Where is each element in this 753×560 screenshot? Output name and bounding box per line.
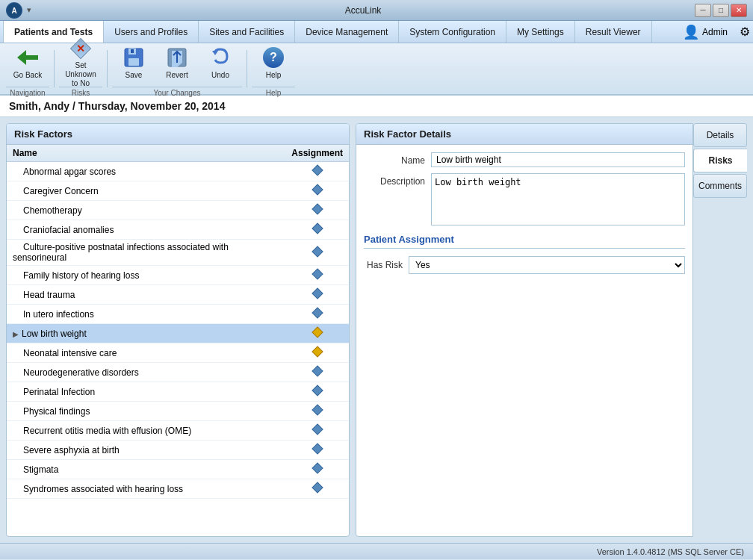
risk-row-name: Syndromes associated with hearing loss <box>7 479 285 499</box>
risk-table-row[interactable]: Neonatal intensive care <box>7 343 349 363</box>
risk-table-row[interactable]: ▶Low birth weight <box>7 324 349 343</box>
risk-row-name: Family history of hearing loss <box>7 266 285 285</box>
risk-factors-title: Risk Factors <box>7 124 349 145</box>
description-textarea[interactable] <box>431 173 685 225</box>
toolbar-sep-3 <box>247 50 247 87</box>
risk-row-assignment <box>285 305 349 324</box>
risk-table-row[interactable]: Head trauma <box>7 285 349 305</box>
close-button[interactable]: ✕ <box>731 4 747 17</box>
tab-comments[interactable]: Comments <box>693 174 747 198</box>
svg-rect-21 <box>312 346 323 357</box>
admin-label: Admin <box>702 27 728 37</box>
save-icon <box>122 46 146 69</box>
help-button[interactable]: ? Help <box>252 40 295 85</box>
risk-table-row[interactable]: Neurodegenerative disorders <box>7 363 349 382</box>
svg-rect-7 <box>131 49 134 53</box>
set-unknown-button[interactable]: ✕ Set Unknownto No <box>59 40 102 85</box>
risk-row-name: Stigmata <box>7 460 285 479</box>
risk-table-row[interactable]: Syndromes associated with hearing loss <box>7 479 349 499</box>
help-icon: ? <box>261 46 285 69</box>
risk-row-assignment <box>285 402 349 421</box>
tab-device-management-label: Device Management <box>306 27 388 37</box>
title-bar: A ▾ AccuLink ─ □ ✕ <box>0 0 753 21</box>
risk-row-assignment <box>285 266 349 285</box>
risk-row-assignment <box>285 363 349 382</box>
svg-rect-15 <box>312 223 323 234</box>
svg-text:A: A <box>11 7 16 15</box>
risk-row-assignment <box>285 201 349 220</box>
risk-factors-table: Name Assignment Abnormal apgar scores Ca… <box>7 145 349 499</box>
main-content: Risk Factors Name Assignment Abnormal ap… <box>0 117 753 543</box>
revert-button[interactable]: Revert <box>155 40 199 85</box>
minimize-button[interactable]: ─ <box>695 4 711 17</box>
risk-table-row[interactable]: Chemotherapy <box>7 201 349 220</box>
patient-assignment-section: Patient Assignment Has Risk Yes No Unkno… <box>364 234 685 274</box>
risk-row-name: Neurodegenerative disorders <box>7 363 285 382</box>
svg-rect-22 <box>312 366 323 376</box>
right-inner: Risk Factor Details Name Low birth weigh… <box>356 123 747 537</box>
risk-table-row[interactable]: Recurrent otitis media with effusion (OM… <box>7 421 349 441</box>
risk-table-row[interactable]: Craniofacial anomalies <box>7 220 349 240</box>
risk-table-row[interactable]: Stigmata <box>7 460 349 479</box>
risk-row-name: ▶Low birth weight <box>7 324 285 343</box>
toolbar-help-group: ? Help Help <box>252 40 295 97</box>
tab-my-settings[interactable]: My Settings <box>506 21 575 43</box>
tab-patients-and-tests-label: Patients and Tests <box>14 27 93 37</box>
tab-risks[interactable]: Risks <box>693 149 747 172</box>
row-arrow-icon: ▶ <box>13 330 19 338</box>
go-back-button[interactable]: Go Back <box>6 40 49 85</box>
svg-rect-25 <box>312 424 323 435</box>
save-button[interactable]: Save <box>112 40 155 85</box>
risk-table-row[interactable]: Perinatal Infection <box>7 382 349 402</box>
assignment-diamond-icon <box>312 287 323 299</box>
risk-table-row[interactable]: Caregiver Concern <box>7 181 349 201</box>
toolbar-navigation-group: Go Back Navigation <box>6 40 49 97</box>
assignment-diamond-icon <box>312 385 323 396</box>
tab-result-viewer[interactable]: Result Viewer <box>575 21 652 43</box>
toolbar-your-changes-group: Save Revert <box>112 40 242 97</box>
tab-device-management[interactable]: Device Management <box>295 21 399 43</box>
patient-header-text: Smith, Andy / Thursday, November 20, 201… <box>9 100 225 112</box>
risk-table-row[interactable]: Family history of hearing loss <box>7 266 349 285</box>
tab-users-and-profiles-label: Users and Profiles <box>114 27 188 37</box>
svg-marker-11 <box>212 51 218 55</box>
risk-table-row[interactable]: Physical findings <box>7 402 349 421</box>
window-controls: ─ □ ✕ <box>695 4 747 17</box>
risk-table-row[interactable]: Culture-positive postnatal infections as… <box>7 240 349 266</box>
risk-details-panel: Risk Factor Details Name Low birth weigh… <box>356 123 693 537</box>
save-label: Save <box>126 71 143 80</box>
tab-details[interactable]: Details <box>693 123 747 147</box>
risk-row-assignment <box>285 479 349 499</box>
tab-sites-and-facilities[interactable]: Sites and Facilities <box>199 21 295 43</box>
risk-row-name: In utero infections <box>7 305 285 324</box>
set-unknown-label: Set Unknownto No <box>63 61 99 88</box>
patient-header: Smith, Andy / Thursday, November 20, 201… <box>0 96 753 117</box>
risk-factors-scroll[interactable]: Name Assignment Abnormal apgar scores Ca… <box>7 145 349 536</box>
toolbar-risks-group: ✕ Set Unknownto No Risks <box>59 40 102 97</box>
risk-table-row[interactable]: In utero infections <box>7 305 349 324</box>
assignment-diamond-icon <box>312 268 323 280</box>
tab-system-configuration[interactable]: System Configuration <box>399 21 506 43</box>
svg-rect-12 <box>312 165 323 175</box>
restore-button[interactable]: □ <box>713 4 729 17</box>
has-risk-select[interactable]: Yes No Unknown <box>409 256 685 274</box>
revert-label: Revert <box>166 71 188 80</box>
settings-icon[interactable]: ⚙ <box>740 25 750 39</box>
assignment-diamond-icon <box>312 223 323 234</box>
revert-icon <box>165 46 189 69</box>
undo-button[interactable]: Undo <box>199 40 242 85</box>
risk-row-assignment <box>285 162 349 181</box>
risk-table-row[interactable]: Abnormal apgar scores <box>7 162 349 181</box>
assignment-diamond-icon <box>312 365 323 377</box>
risk-row-name: Craniofacial anomalies <box>7 220 285 240</box>
assignment-diamond-icon <box>312 482 323 494</box>
tab-users-and-profiles[interactable]: Users and Profiles <box>104 21 199 43</box>
risk-details-title: Risk Factor Details <box>356 124 692 145</box>
description-row: Description <box>364 173 685 228</box>
your-changes-group-label: Your Changes <box>112 87 242 97</box>
app-logo: A <box>6 2 22 19</box>
col-assignment-header: Assignment <box>285 145 349 162</box>
assignment-diamond-icon <box>312 246 323 258</box>
risk-table-row[interactable]: Severe asphyxia at birth <box>7 441 349 460</box>
toolbar-sep-2 <box>107 50 108 87</box>
